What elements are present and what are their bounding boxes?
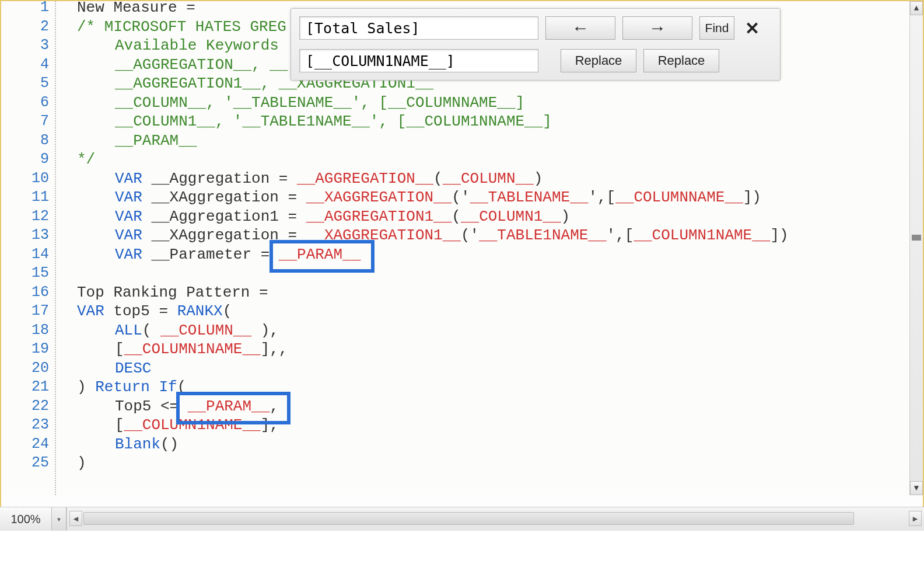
code-token: ])	[743, 189, 761, 206]
code-line[interactable]: )	[77, 454, 86, 472]
scrollbar-marker[interactable]	[912, 235, 921, 241]
code-token: ',[	[607, 227, 634, 244]
code-line[interactable]: __COLUMN1__, '__TABLE1NAME__', [__COLUM1…	[77, 113, 552, 130]
code-token: __Parameter =	[142, 246, 279, 263]
vertical-scrollbar[interactable]: ▲ ▼	[909, 1, 923, 495]
code-token: [	[115, 416, 124, 434]
code-line[interactable]: VAR __Aggregation = __AGGREGATION__(__CO…	[77, 170, 542, 187]
code-token: ALL	[115, 322, 142, 339]
code-token: )	[77, 454, 86, 472]
line-number: 14	[32, 246, 49, 263]
code-line[interactable]: Blank()	[77, 436, 178, 453]
code-token: __Aggregation =	[142, 170, 297, 187]
find-next-button[interactable]: →	[622, 16, 692, 40]
code-line[interactable]: New Measure =	[77, 1, 195, 16]
code-line[interactable]: [__COLUMN1NAME__],	[77, 416, 279, 434]
code-token: __COLUMN1NAME__	[634, 227, 770, 244]
find-prev-button[interactable]: ←	[545, 16, 615, 40]
code-token: __COLUMN__, '__TABLENAME__', [__COLUMNNA…	[115, 94, 524, 112]
code-token: Available Keywords	[115, 37, 279, 54]
code-token: ()	[160, 436, 178, 453]
code-token: VAR	[115, 189, 142, 206]
close-find-panel-button[interactable]: ✕	[741, 18, 762, 39]
search-input[interactable]	[299, 16, 538, 40]
line-number: 11	[32, 189, 49, 206]
code-token: VAR	[115, 246, 142, 263]
code-token: (	[177, 378, 187, 396]
code-token: Top Ranking Pattern =	[77, 284, 268, 301]
code-token: )	[534, 170, 543, 187]
zoom-dropdown-button[interactable]: ▾	[52, 507, 66, 531]
horizontal-scrollbar[interactable]: ◀ ▶	[66, 507, 924, 531]
code-token: __COLUMN1NAME__	[124, 416, 261, 434]
zoom-level[interactable]: 100%	[0, 507, 52, 531]
code-token: __COLUMN__	[443, 170, 534, 187]
line-number: 17	[32, 302, 49, 319]
code-token: Blank	[115, 436, 160, 453]
code-line[interactable]: VAR __XAggregation = __XAGGREGATION1__('…	[77, 227, 789, 244]
code-token: (	[142, 322, 160, 339]
line-number: 15	[32, 264, 49, 281]
code-token: VAR	[115, 208, 142, 225]
code-token: [	[115, 340, 124, 358]
replace-all-button[interactable]: Replace	[643, 49, 719, 72]
line-number-gutter: 1234567891011121314151617181920212223242…	[1, 1, 56, 495]
scroll-left-button[interactable]: ◀	[69, 511, 82, 526]
code-token: Top5 <=	[115, 398, 188, 415]
code-line[interactable]: /* MICROSOFT HATES GREG	[77, 18, 286, 36]
code-token: __AGGREGATION1__	[306, 208, 452, 225]
editor-frame: 1234567891011121314151617181920212223242…	[0, 0, 924, 508]
code-token: DESC	[115, 360, 151, 377]
code-token: */	[77, 151, 95, 168]
code-line[interactable]: VAR top5 = RANKX(	[77, 302, 232, 320]
code-line[interactable]: VAR __XAggregation = __XAGGREGATION__('_…	[77, 189, 761, 206]
code-token: __COLUMN1NAME__	[124, 340, 261, 358]
code-token: ('	[461, 227, 479, 244]
code-line[interactable]: */	[77, 151, 95, 168]
code-token: ],	[261, 416, 279, 434]
code-line[interactable]: VAR __Parameter = __PARAM__	[77, 246, 360, 263]
code-line[interactable]: VAR __Aggregation1 = __AGGREGATION1__(__…	[77, 208, 570, 225]
code-token: __Aggregation1 =	[142, 208, 306, 225]
find-button[interactable]: Find	[699, 16, 734, 40]
code-token: __COLUMN__	[160, 322, 251, 339]
line-number: 16	[32, 284, 49, 301]
code-line[interactable]: Top Ranking Pattern =	[77, 284, 268, 301]
code-token: New Measure =	[77, 1, 195, 16]
scroll-up-button[interactable]: ▲	[910, 1, 923, 15]
line-number: 24	[32, 436, 49, 452]
code-line[interactable]: __AGGREGATION__, __	[77, 56, 288, 74]
line-number: 7	[40, 113, 49, 130]
code-line[interactable]: __PARAM__	[77, 132, 197, 149]
scroll-down-button[interactable]: ▼	[910, 481, 923, 495]
code-line[interactable]: [__COLUMN1NAME__],,	[77, 340, 288, 358]
code-token: ',[	[588, 189, 615, 206]
code-token: __PARAM__	[115, 132, 197, 149]
status-bar: 100% ▾ ◀ ▶	[0, 507, 924, 531]
code-token: (	[433, 170, 443, 187]
code-token: __AGGREGATION__, __	[115, 56, 288, 74]
line-number: 5	[40, 75, 49, 92]
scroll-right-button[interactable]: ▶	[909, 511, 922, 526]
replace-input[interactable]	[299, 49, 538, 72]
line-number: 8	[40, 132, 49, 149]
code-token: VAR	[77, 302, 104, 320]
line-number: 23	[32, 416, 49, 433]
line-number: 10	[32, 170, 49, 187]
code-line[interactable]: __COLUMN__, '__TABLENAME__', [__COLUMNNA…	[77, 94, 524, 112]
code-token: )	[561, 208, 570, 225]
code-line[interactable]: ) Return If(	[77, 378, 186, 396]
find-replace-panel: ← → Find ✕ Replace Replace	[290, 8, 780, 81]
line-number: 21	[32, 378, 49, 395]
code-token: __AGGREGATION__	[297, 170, 433, 187]
code-line[interactable]: Top5 <= __PARAM__,	[77, 398, 279, 415]
code-token: __COLUMN1__	[461, 208, 561, 225]
code-token: ])	[770, 227, 788, 244]
code-line[interactable]: ALL( __COLUMN__ ),	[77, 322, 279, 339]
replace-button[interactable]: Replace	[561, 49, 636, 72]
horizontal-scroll-thumb[interactable]	[83, 512, 854, 525]
code-token: VAR	[115, 170, 142, 187]
code-token: RANKX	[177, 302, 223, 320]
code-line[interactable]: Available Keywords	[77, 37, 279, 54]
code-line[interactable]: DESC	[77, 360, 151, 377]
